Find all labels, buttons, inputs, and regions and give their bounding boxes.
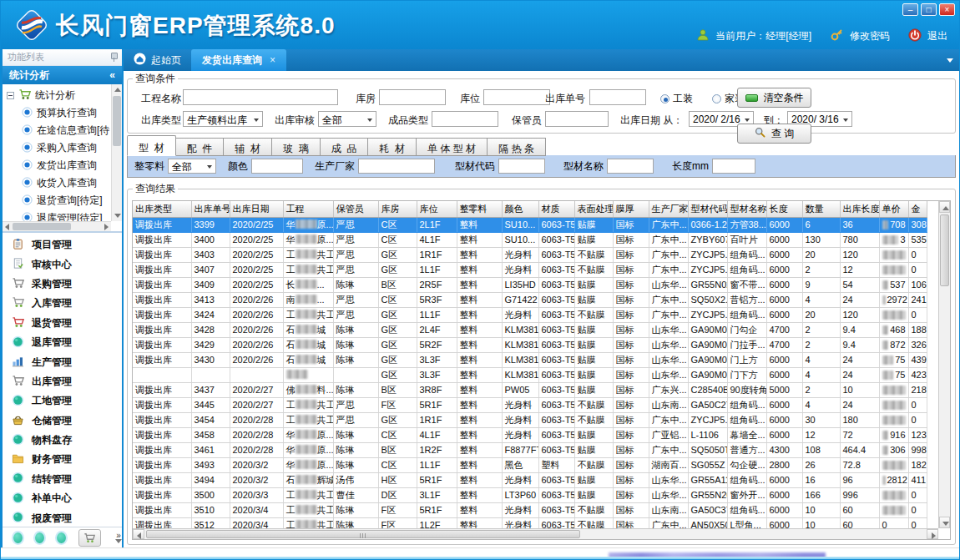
sidebar-item-物料盘存[interactable]: 物料盘存 (3, 431, 122, 450)
column-header[interactable]: 出库长度 (840, 201, 879, 217)
column-header[interactable]: 长度 (766, 201, 802, 217)
column-header[interactable]: 金 (908, 201, 927, 217)
material-tab-7[interactable]: 单 体 型 材 (417, 138, 488, 156)
sidebar-item-仓储管理[interactable]: 仓储管理 (3, 411, 122, 431)
change-password-link[interactable]: 修改密码 (850, 29, 890, 43)
close-button[interactable]: × (939, 3, 955, 16)
tree-item[interactable]: 收货入库查询 (7, 174, 111, 192)
sidebar-item-出库管理[interactable]: 出库管理 (3, 372, 122, 391)
sidebar-item-退货管理[interactable]: 退货管理 (3, 314, 122, 333)
tree-vertical-scrollbar[interactable] (111, 84, 122, 221)
color-input[interactable] (251, 159, 303, 174)
table-row[interactable]: 调拨出库35002020/3/3工共工程曹佳D区3L1F整料LT3P606063… (133, 487, 927, 502)
table-row[interactable]: 调拨出库34452020/2/27工共工程严思F区5R1F整料光身料6063-T… (133, 397, 927, 412)
tree-horizontal-scrollbar[interactable] (3, 221, 111, 231)
scroll-up-icon[interactable] (114, 88, 121, 92)
cart-button[interactable] (78, 529, 101, 547)
out-type-select[interactable]: 生产领料出库 (183, 111, 263, 127)
whole-part-select[interactable]: 全部 (168, 159, 216, 174)
location-input[interactable] (483, 89, 550, 105)
keeper-input[interactable] (545, 111, 609, 127)
sidebar-item-工地管理[interactable]: 工地管理 (3, 391, 122, 411)
table-row[interactable]: 调拨出库34032020/2/25工共工程严思G区1R1F整料光身料6063-T… (133, 247, 927, 262)
column-header[interactable]: 膜厚 (613, 201, 649, 217)
section-header[interactable]: 统计分析 « (3, 66, 122, 84)
table-row[interactable]: 调拨出库34302020/2/26石城陈琳G区3L3F整料KLM38176063… (133, 352, 927, 367)
column-header[interactable]: 单价 (879, 201, 908, 217)
tree-hscroll-thumb[interactable] (13, 223, 71, 230)
order-no-input[interactable] (589, 89, 646, 105)
radio-gongzhuang[interactable]: 工装 (660, 92, 693, 106)
sidebar-item-财务管理[interactable]: 财务管理 (3, 450, 122, 469)
column-header[interactable]: 整零料 (457, 201, 502, 217)
collapse-icon[interactable]: « (109, 69, 115, 81)
table-row[interactable]: 调拨出库34072020/2/25工共工程严思G区1L1F整料光身料6063-T… (133, 262, 927, 277)
table-row[interactable]: 调拨出库34582020/2/28华原...陈琳C区4L1F整料光身料6063-… (133, 427, 927, 442)
tab-home[interactable]: 起始页 (124, 49, 191, 71)
scroll-left-icon[interactable] (5, 224, 9, 230)
profile-code-input[interactable] (498, 159, 545, 174)
column-header[interactable]: 型材名称 (727, 201, 766, 217)
column-header[interactable]: 生产厂家 (649, 201, 688, 217)
column-header[interactable]: 库房 (378, 201, 417, 217)
table-row[interactable]: 调拨出库33992020/2/25华原...严思C区2L1F整料SU10...6… (133, 217, 927, 232)
material-tab-3[interactable]: 辅 材 (224, 138, 272, 156)
minimize-button[interactable]: – (902, 3, 918, 16)
project-name-input[interactable] (183, 89, 338, 105)
column-header[interactable]: 型材代码 (688, 201, 727, 217)
table-row[interactable]: 调拨出库34942020/3/2石辉城汤伟H区5R1F整料光身料6063-T5贴… (133, 472, 927, 487)
column-header[interactable]: 颜色 (502, 201, 538, 217)
logout-link[interactable]: 退出 (927, 29, 947, 43)
table-row[interactable]: 调拨出库34372020/2/27佛料...陈琳B区3R8F整料PW056063… (133, 382, 927, 397)
tree-item[interactable]: 退货查询[待定] (7, 192, 111, 209)
audit-select[interactable]: 全部 (318, 111, 376, 127)
sidebar-item-退库管理[interactable]: 退库管理 (3, 333, 122, 352)
scroll-down-icon[interactable] (114, 214, 121, 218)
table-row[interactable]: 调拨出库34932020/3/2华原...陈琳C区1L1F整料黑色塑料不贴膜国标… (133, 457, 927, 472)
grid-horizontal-scrollbar[interactable] (133, 528, 938, 539)
material-tab-5[interactable]: 成 品 (321, 138, 369, 156)
teal-circle-icon[interactable] (35, 532, 44, 543)
table-row[interactable]: 调拨出库34242020/2/26工共工程严思G区1L1F整料光身料6063-T… (133, 307, 927, 322)
table-row[interactable]: 调拨出库34612020/2/28华原...陈琳B区1R2F整料F8877FT6… (133, 442, 927, 457)
length-input[interactable] (712, 159, 755, 174)
product-type-input[interactable] (432, 111, 498, 127)
scroll-right-icon[interactable] (932, 532, 936, 539)
material-tab-2[interactable]: 配 件 (176, 138, 225, 156)
material-tab-1[interactable]: 型 材 (127, 135, 176, 156)
grid-hscroll-thumb[interactable] (146, 530, 580, 538)
grid-vscroll-thumb[interactable] (940, 214, 949, 286)
scroll-up-icon[interactable] (942, 206, 949, 210)
column-header[interactable]: 库位 (417, 201, 457, 217)
sidebar-item-结转管理[interactable]: 结转管理 (3, 470, 122, 489)
grid-vertical-scrollbar[interactable] (938, 201, 950, 528)
column-header[interactable]: 表面处理 (574, 201, 613, 217)
column-header[interactable]: 出库日期 (230, 201, 283, 217)
manufacturer-input[interactable] (358, 159, 435, 174)
material-tab-4[interactable]: 玻 璃 (272, 138, 321, 156)
material-tab-6[interactable]: 耗 材 (368, 138, 417, 156)
tab-list-dropdown-icon[interactable] (947, 58, 953, 63)
tree-item[interactable]: 预算执行查询 (7, 104, 111, 122)
column-header[interactable]: 数量 (802, 201, 840, 217)
sidebar-item-项目管理[interactable]: 项目管理 (3, 235, 122, 255)
table-row[interactable]: 调拨出库34092020/2/25长...陈琳B区2R5F整料LI35HD606… (133, 277, 927, 292)
table-row[interactable]: G区3L3F整料KLM38176063-T5贴膜国标山东华...GA90M09.… (133, 367, 927, 382)
sidebar-item-补单中心[interactable]: 补单中心 (3, 489, 122, 508)
tree-item[interactable]: 退库管理[待定] (7, 209, 111, 221)
table-row[interactable]: 调拨出库34292020/2/26石城陈琳G区5R2F整料KLM38176063… (133, 337, 927, 352)
column-header[interactable]: 材质 (538, 201, 574, 217)
sidebar-item-报废管理[interactable]: 报废管理 (3, 508, 122, 527)
sidebar-item-采购管理[interactable]: 采购管理 (3, 275, 122, 294)
sidebar-more-control[interactable]: » (115, 532, 122, 543)
column-header[interactable]: 出库类型 (133, 201, 191, 217)
table-row[interactable]: 调拨出库34132020/2/26南...严思C区5R3F整料G71422606… (133, 292, 927, 307)
table-row[interactable]: 调拨出库34542020/2/28工共工程严思G区1R1F整料光身料6063-T… (133, 412, 927, 427)
tree-root[interactable]: 统计分析 (7, 87, 111, 104)
scroll-down-icon[interactable] (942, 522, 949, 526)
tree-item[interactable]: 发货出库查询 (7, 157, 111, 174)
table-row[interactable]: 调拨出库34002020/2/25华原...严思C区4L1F整料SU10...6… (133, 232, 927, 247)
warehouse-input[interactable] (379, 89, 446, 105)
scroll-left-icon[interactable] (137, 532, 141, 539)
chevrons-label[interactable]: » (116, 532, 121, 539)
